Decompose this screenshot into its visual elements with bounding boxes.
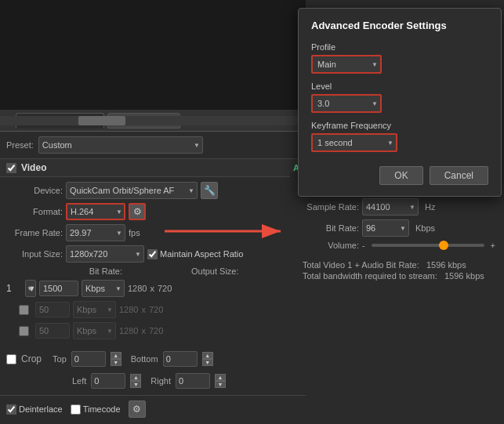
bandwidth-label: Total bandwidth required to stream: <box>303 271 437 281</box>
maintain-ar-checkbox[interactable] <box>147 249 158 259</box>
timecode-text: Timecode <box>83 404 121 414</box>
audio-bitrate-select-wrap: 96 <box>362 219 409 237</box>
framerate-select-wrap: 29.97 <box>66 224 125 241</box>
preset-select[interactable]: Custom <box>38 136 203 154</box>
framerate-select[interactable]: 29.97 <box>66 224 125 241</box>
scrollbar-thumb[interactable] <box>78 116 125 125</box>
x-label-h1: 720 <box>158 284 172 293</box>
format-select[interactable]: H.264 <box>66 203 125 220</box>
crop-bottom-spinner[interactable]: ▲ ▼ <box>202 352 213 366</box>
preview-area <box>0 0 306 110</box>
samplerate-select[interactable]: 44100 <box>362 198 419 216</box>
crop-left-down[interactable]: ▼ <box>130 381 141 388</box>
crop-top-input[interactable] <box>71 351 106 367</box>
xh-val-2: 720 <box>149 305 163 314</box>
x-sep-1: x <box>150 284 154 293</box>
cancel-button[interactable]: Cancel <box>430 166 488 185</box>
deinterlace-checkbox[interactable] <box>6 404 16 415</box>
keyframe-label: Keyframe Frequency <box>311 121 488 130</box>
crop-top-up[interactable]: ▲ <box>111 352 121 359</box>
crop-left-spinner[interactable]: ▲ ▼ <box>130 374 141 388</box>
keyframe-select-wrap: 1 second <box>311 133 397 152</box>
bitrate-check-2[interactable] <box>19 305 29 315</box>
inputsize-select[interactable]: 1280x720 <box>66 245 144 263</box>
bitrate-input-3[interactable] <box>35 323 70 339</box>
bitrate-row-2: Kbps 1280 x 720 <box>6 301 299 318</box>
volume-row: Volume: - + <box>296 241 495 250</box>
bitrate-check-3[interactable] <box>19 326 29 336</box>
kbps-select-2[interactable]: Kbps <box>73 301 116 318</box>
crop-label: Crop <box>21 353 42 364</box>
video-section-label: Video <box>21 162 46 173</box>
fps-label: fps <box>129 228 140 237</box>
crop-right-input[interactable] <box>176 373 210 389</box>
main-panel: ◄ Encoding Options Encoding Log Preset: … <box>0 0 306 424</box>
crop-right-down[interactable]: ▼ <box>215 381 226 388</box>
kbps-select-1[interactable]: Kbps <box>82 280 125 297</box>
preset-row: Preset: Custom <box>0 132 306 158</box>
timecode-settings-btn[interactable]: ⚙ <box>129 400 146 418</box>
inputsize-row: Input Size: 1280x720 Maintain Aspect Rat… <box>6 245 299 263</box>
crop-left-up[interactable]: ▲ <box>130 374 141 381</box>
device-label: Device: <box>6 186 63 195</box>
x-val-2: 1280 <box>119 305 138 314</box>
bps-select[interactable]: ▼ <box>25 280 36 297</box>
deinterlace-label[interactable]: Deinterlace <box>6 404 63 415</box>
outputsize-header: Output Size: <box>191 266 239 276</box>
volume-plus: + <box>491 241 495 250</box>
crop-bottom-input[interactable] <box>163 351 198 367</box>
xh-val-3: 720 <box>149 326 163 335</box>
deinterlace-text: Deinterlace <box>19 404 63 414</box>
crop-checkbox[interactable] <box>6 354 16 364</box>
timecode-checkbox[interactable] <box>71 404 81 415</box>
audio-bitrate-label: Bit Rate: <box>296 223 359 233</box>
modal-title: Advanced Encoder Settings <box>311 20 488 31</box>
keyframe-select[interactable]: 1 second <box>311 133 397 152</box>
kbps-select-3[interactable]: Kbps <box>73 322 116 339</box>
maintain-ar-text: Maintain Aspect Ratio <box>160 249 243 259</box>
bandwidth-value: 1596 kbps <box>444 271 484 281</box>
crop-bottom-up[interactable]: ▲ <box>202 352 213 359</box>
level-field: Level 3.0 <box>311 82 488 113</box>
bitrate-header: Bit Rate: <box>66 266 122 276</box>
x-sep-2: x <box>141 305 146 314</box>
format-label: Format: <box>6 207 63 216</box>
volume-handle[interactable] <box>439 241 448 250</box>
level-label: Level <box>311 82 488 91</box>
video-enable-checkbox[interactable] <box>6 163 16 173</box>
timecode-label[interactable]: Timecode <box>71 404 121 415</box>
crop-top-down[interactable]: ▼ <box>111 359 121 366</box>
crop-row-2: Left ▲ ▼ Right ▲ ▼ <box>66 370 306 392</box>
volume-slider[interactable] <box>372 244 484 247</box>
bitrate-input-1[interactable] <box>39 281 78 296</box>
audio-bitrate-select[interactable]: 96 <box>362 219 409 237</box>
crop-left-label: Left <box>72 376 86 386</box>
maintain-ar-label[interactable]: Maintain Aspect Ratio <box>147 249 243 259</box>
crop-right-label: Right <box>150 376 171 386</box>
crop-left-input[interactable] <box>91 373 125 389</box>
samplerate-select-wrap: 44100 <box>362 198 419 216</box>
wrench-icon: 🔧 <box>204 185 216 196</box>
ok-button[interactable]: OK <box>379 166 422 185</box>
scrollbar-horizontal[interactable] <box>0 116 306 125</box>
device-select[interactable]: QuickCam Orbit/Sphere AF <box>66 182 198 199</box>
device-settings-btn[interactable]: 🔧 <box>201 182 218 199</box>
profile-select[interactable]: Main <box>311 55 382 74</box>
total-bitrate-label: Total Video 1 + Audio Bit Rate: <box>303 260 419 270</box>
gear-icon: ⚙ <box>133 206 142 217</box>
level-select[interactable]: 3.0 <box>311 94 382 113</box>
advanced-encoder-modal: Advanced Encoder Settings Profile Main L… <box>298 8 502 197</box>
format-row: Format: H.264 ⚙ <box>6 203 299 220</box>
format-settings-btn[interactable]: ⚙ <box>129 203 146 220</box>
bitrate-row-1: 1 ▼ Kbps 1280 x 720 <box>6 280 299 297</box>
bitrate-input-2[interactable] <box>35 302 70 317</box>
crop-right-spinner[interactable]: ▲ ▼ <box>215 374 226 388</box>
x-label-1: 1280 <box>128 284 147 293</box>
crop-top-spinner[interactable]: ▲ ▼ <box>111 352 121 366</box>
profile-label: Profile <box>311 42 488 52</box>
crop-bottom-down[interactable]: ▼ <box>202 359 213 366</box>
crop-right-up[interactable]: ▲ <box>215 374 226 381</box>
inputsize-label: Input Size: <box>6 249 63 259</box>
settings-icon: ⚙ <box>132 404 141 415</box>
modal-button-row: OK Cancel <box>311 166 488 185</box>
